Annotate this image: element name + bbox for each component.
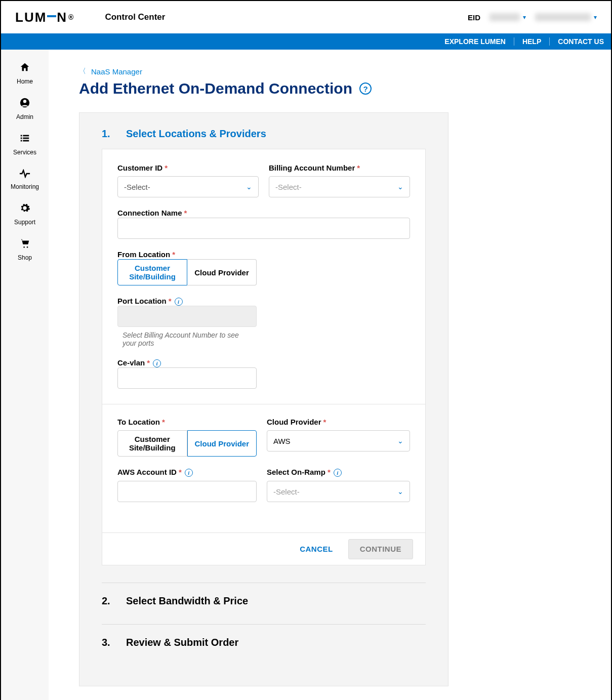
port-location-label: Port Location*i (117, 297, 183, 305)
nav-monitoring[interactable]: Monitoring (1, 162, 49, 196)
aws-account-id-label: AWS Account ID*i (117, 468, 257, 477)
help-link[interactable]: HELP (514, 37, 550, 46)
eid-dropdown[interactable]: ▾ (489, 13, 526, 21)
breadcrumb-naas-manager[interactable]: 〈 NaaS Manager (79, 67, 581, 76)
panel-divider (102, 404, 425, 404)
cart-icon (19, 238, 30, 252)
wizard-container: 1. Select Locations & Providers Customer… (79, 112, 448, 686)
nav-label: Support (14, 219, 35, 226)
account-value-redacted (535, 13, 591, 21)
page-title: Add Ethernet On-Demand Connection ? (79, 80, 581, 97)
account-dropdown[interactable]: ▾ (535, 13, 597, 21)
chevron-down-icon: ⌄ (397, 183, 403, 191)
svg-rect-3 (23, 135, 29, 137)
from-location-label: From Location* (117, 250, 175, 259)
nav-services[interactable]: Services (1, 127, 49, 162)
step-1-number: 1. (102, 128, 111, 140)
select-value: AWS (273, 437, 291, 445)
info-icon[interactable]: i (153, 359, 161, 367)
user-icon (19, 97, 30, 111)
continue-button[interactable]: CONTINUE (348, 539, 413, 559)
svg-point-1 (23, 100, 26, 103)
svg-rect-5 (23, 138, 29, 139)
step-1-panel: Customer ID* -Select- ⌄ Billing Account … (102, 149, 426, 533)
step-divider (102, 624, 426, 625)
pulse-icon (19, 168, 30, 181)
ce-vlan-label: Ce-vlan*i (117, 358, 161, 367)
ce-vlan-input[interactable] (117, 367, 257, 389)
cloud-provider-select[interactable]: AWS ⌄ (267, 430, 410, 451)
info-icon[interactable]: i (334, 469, 342, 477)
from-cloud-provider-button[interactable]: Cloud Provider (187, 259, 257, 285)
cloud-provider-label: Cloud Provider* (267, 418, 410, 426)
chevron-down-icon: ▾ (594, 14, 597, 21)
ban-label: Billing Account Number* (269, 163, 410, 172)
connection-name-input[interactable] (117, 218, 410, 239)
app-name: Control Center (105, 12, 165, 22)
select-placeholder: -Select- (124, 183, 150, 191)
select-placeholder: -Select- (275, 183, 302, 191)
aws-account-id-input[interactable] (117, 481, 257, 502)
to-location-label: To Location* (117, 418, 257, 426)
contact-us-link[interactable]: CONTACT US (550, 37, 604, 46)
connection-name-label: Connection Name* (117, 209, 187, 217)
logo-bar (47, 15, 56, 17)
chevron-down-icon: ⌄ (397, 437, 403, 445)
chevron-down-icon: ▾ (523, 14, 526, 21)
step-3-number: 3. (102, 637, 111, 648)
step-divider (102, 583, 426, 583)
ban-select[interactable]: -Select- ⌄ (269, 176, 410, 197)
step-1-title: Select Locations & Providers (126, 128, 266, 140)
nav-home[interactable]: Home (1, 56, 49, 91)
to-customer-site-button[interactable]: Customer Site/Building (117, 430, 187, 457)
gear-icon (19, 202, 30, 217)
chevron-down-icon: ⌄ (397, 487, 403, 496)
logo-text-pre: LUM (15, 10, 47, 25)
seg-btn-label: Cloud Provider (194, 439, 249, 448)
customer-id-select[interactable]: -Select- ⌄ (117, 176, 259, 197)
nav-label: Admin (16, 113, 33, 120)
explore-lumen-link[interactable]: EXPLORE LUMEN (436, 37, 514, 46)
nav-support[interactable]: Support (1, 196, 49, 232)
top-bar: LUMN® Control Center EID ▾ ▾ (1, 1, 611, 33)
seg-btn-label: Customer Site/Building (122, 264, 183, 281)
info-icon[interactable]: i (175, 298, 183, 306)
step-3-title[interactable]: Review & Submit Order (126, 637, 238, 648)
eid-value-redacted (489, 13, 520, 21)
logo-text-post: N (57, 10, 67, 25)
select-placeholder: -Select- (273, 487, 300, 496)
lumen-logo: LUMN® (15, 10, 74, 25)
panel-actions: CANCEL CONTINUE (102, 533, 426, 565)
svg-rect-4 (21, 138, 22, 139)
svg-rect-7 (23, 140, 29, 142)
svg-rect-2 (21, 135, 22, 137)
nav-shop[interactable]: Shop (1, 232, 49, 267)
eid-label: EID (468, 13, 480, 22)
chevron-left-icon: 〈 (79, 67, 86, 76)
port-location-input (117, 306, 257, 327)
seg-btn-label: Cloud Provider (194, 268, 249, 277)
seg-btn-label: Customer Site/Building (122, 435, 183, 452)
nav-admin[interactable]: Admin (1, 91, 49, 127)
nav-label: Shop (18, 254, 32, 261)
cancel-button[interactable]: CANCEL (300, 545, 333, 553)
page-title-text: Add Ethernet On-Demand Connection (79, 80, 352, 97)
svg-rect-6 (21, 140, 22, 142)
to-cloud-provider-button[interactable]: Cloud Provider (187, 430, 257, 457)
breadcrumb-label: NaaS Manager (91, 67, 142, 76)
on-ramp-label: Select On-Ramp*i (267, 468, 410, 477)
port-location-help: Select Billing Account Number to see you… (117, 331, 257, 347)
from-customer-site-button[interactable]: Customer Site/Building (117, 259, 187, 285)
info-icon[interactable]: i (185, 469, 193, 477)
nav-label: Home (17, 78, 33, 85)
help-icon[interactable]: ? (359, 83, 372, 95)
chevron-down-icon: ⌄ (246, 183, 252, 191)
step-2-title[interactable]: Select Bandwidth & Price (126, 595, 248, 607)
logo-reg-mark: ® (68, 13, 74, 21)
customer-id-label: Customer ID* (117, 163, 259, 172)
on-ramp-select[interactable]: -Select- ⌄ (267, 481, 410, 502)
utility-bar: EXPLORE LUMEN HELP CONTACT US (1, 33, 611, 50)
nav-label: Services (13, 149, 36, 156)
nav-label: Monitoring (11, 183, 39, 190)
step-2-number: 2. (102, 595, 111, 607)
